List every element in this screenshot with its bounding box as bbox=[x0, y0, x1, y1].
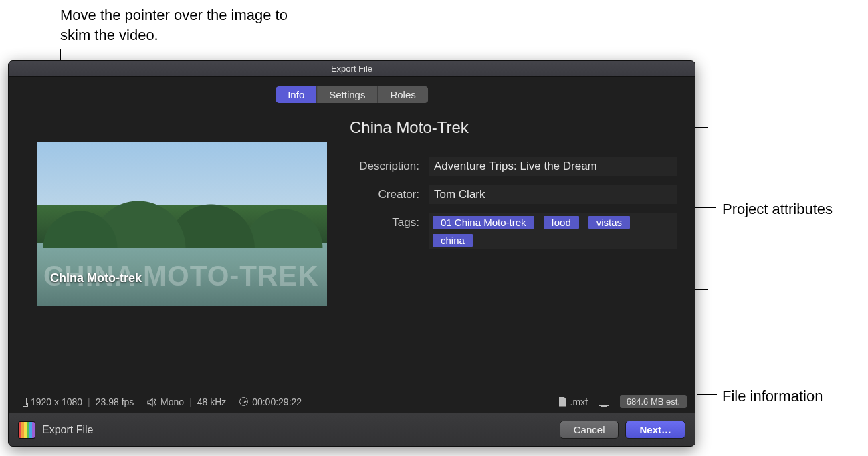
video-preview[interactable]: CHINA MOTO-TREK China Moto-trek bbox=[37, 142, 327, 306]
description-label: Description: bbox=[343, 157, 419, 173]
cancel-button[interactable]: Cancel bbox=[560, 421, 619, 439]
preview-overlay-small: China Moto-trek bbox=[50, 271, 142, 286]
status-audio: Mono bbox=[160, 396, 184, 407]
description-field[interactable]: Adventure Trips: Live the Dream bbox=[429, 157, 677, 176]
separator: | bbox=[88, 396, 90, 407]
footer-title: Export File bbox=[42, 424, 93, 436]
window-title: Export File bbox=[331, 64, 372, 74]
callout-text: Project attributes bbox=[722, 201, 833, 217]
leader-line bbox=[697, 394, 717, 395]
creator-label: Creator: bbox=[343, 185, 419, 201]
tab-settings[interactable]: Settings bbox=[316, 86, 377, 103]
creator-field[interactable]: Tom Clark bbox=[429, 185, 677, 204]
callout-file-information: File information bbox=[722, 386, 868, 407]
frame-icon bbox=[17, 398, 27, 405]
tag-token[interactable]: food bbox=[544, 216, 579, 229]
export-file-dialog: Export File Info Settings Roles China Mo… bbox=[8, 60, 695, 447]
leader-line bbox=[708, 127, 708, 289]
status-sample-rate: 48 kHz bbox=[197, 396, 227, 407]
file-icon bbox=[559, 397, 566, 407]
attribute-row-creator: Creator: Tom Clark bbox=[343, 185, 677, 204]
tag-token[interactable]: vistas bbox=[588, 216, 630, 229]
status-size-estimate: 684.6 MB est. bbox=[620, 395, 687, 408]
leader-line bbox=[695, 207, 716, 208]
tags-label: Tags: bbox=[343, 213, 419, 229]
status-container: .mxf bbox=[570, 396, 588, 407]
tab-info[interactable]: Info bbox=[276, 86, 316, 103]
next-button[interactable]: Next… bbox=[625, 421, 685, 439]
desktop-icon bbox=[599, 398, 609, 406]
clock-icon bbox=[239, 397, 248, 406]
titlebar: Export File bbox=[9, 61, 695, 77]
leader-line bbox=[695, 289, 708, 290]
dialog-footer: Export File Cancel Next… bbox=[9, 413, 695, 446]
status-resolution: 1920 x 1080 bbox=[31, 396, 82, 407]
callout-project-attributes: Project attributes bbox=[722, 199, 856, 219]
project-title: China Moto-Trek bbox=[350, 118, 469, 137]
tab-bar: Info Settings Roles bbox=[276, 86, 428, 103]
project-attributes: Description: Adventure Trips: Live the D… bbox=[343, 157, 677, 259]
status-duration: 00:00:29:22 bbox=[252, 396, 302, 407]
attribute-row-tags: Tags: 01 China Moto-trek food vistas chi… bbox=[343, 213, 677, 249]
status-fps: 23.98 fps bbox=[96, 396, 134, 407]
leader-line bbox=[695, 127, 708, 128]
tag-token[interactable]: china bbox=[433, 234, 473, 247]
callout-skim: Move the pointer over the image to skim … bbox=[60, 5, 301, 45]
status-bar: 1920 x 1080 | 23.98 fps Mono | 48 kHz 00… bbox=[9, 390, 695, 413]
tags-field[interactable]: 01 China Moto-trek food vistas china bbox=[429, 213, 677, 249]
speaker-icon bbox=[147, 398, 156, 406]
tag-token[interactable]: 01 China Moto-trek bbox=[433, 216, 534, 229]
separator: | bbox=[189, 396, 192, 407]
app-icon bbox=[18, 421, 35, 439]
dialog-body: Info Settings Roles China Moto-Trek CHIN… bbox=[9, 77, 695, 390]
attribute-row-description: Description: Adventure Trips: Live the D… bbox=[343, 157, 677, 176]
tab-roles[interactable]: Roles bbox=[377, 86, 427, 103]
